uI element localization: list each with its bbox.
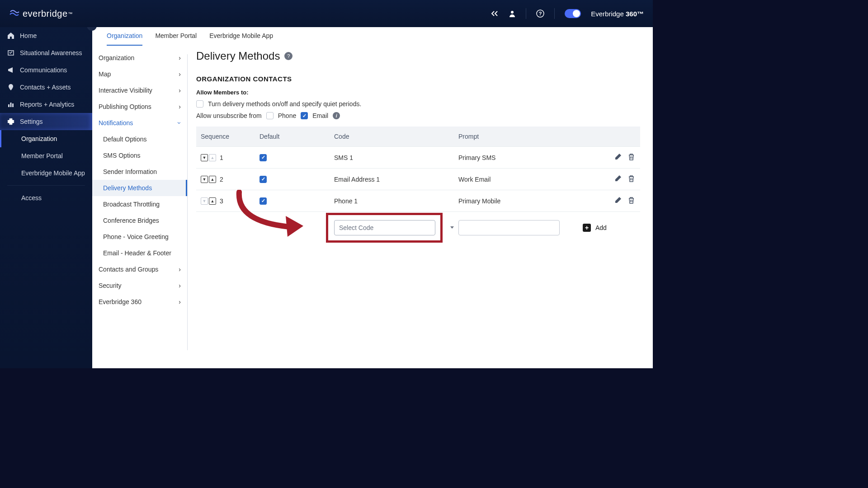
collapse-panel-icon[interactable] (491, 10, 499, 17)
product-toggle[interactable] (565, 9, 581, 18)
move-up-icon[interactable]: ▲ (209, 197, 216, 205)
logo-icon (9, 8, 20, 19)
topbar-right: ? Everbridge 360™ (491, 8, 644, 19)
main-panel: Delivery Methods ? ORGANIZATION CONTACTS… (187, 27, 653, 368)
subnav-interactive-visibility[interactable]: Interactive Visibility› (92, 82, 187, 99)
info-icon[interactable]: i (333, 112, 340, 119)
divider (187, 54, 188, 350)
subnav-conference-bridges[interactable]: Conference Bridges (92, 212, 187, 229)
megaphone-icon (7, 66, 14, 74)
prompt-cell: Primary Mobile (458, 197, 583, 205)
subnav-delivery-methods[interactable]: Delivery Methods (92, 180, 187, 196)
svg-rect-5 (10, 103, 12, 107)
col-prompt: Prompt (458, 133, 583, 140)
plus-icon: + (583, 224, 591, 232)
subnav-organization[interactable]: Organization› (92, 50, 187, 66)
sidebar-sub-access[interactable]: Access (0, 189, 92, 206)
turn-delivery-checkbox[interactable] (196, 100, 203, 108)
sidebar-item-communications[interactable]: Communications (0, 61, 92, 79)
seq-number: 3 (220, 197, 223, 205)
move-up-icon[interactable]: ▲ (209, 176, 216, 183)
chevron-right-icon: › (179, 54, 181, 61)
subnav-default-options[interactable]: Default Options (92, 131, 187, 147)
prompt-input[interactable] (458, 220, 560, 235)
svg-rect-4 (8, 104, 9, 107)
edit-icon[interactable] (614, 197, 622, 205)
default-checkbox[interactable] (259, 197, 267, 205)
tab-mobile-app[interactable]: Everbridge Mobile App (209, 27, 273, 46)
delete-icon[interactable] (628, 175, 635, 183)
svg-point-0 (511, 11, 514, 14)
pin-icon (7, 84, 14, 91)
sidebar-item-reports[interactable]: Reports + Analytics (0, 96, 92, 113)
move-down-icon[interactable]: ▼ (201, 154, 208, 161)
sidebar-item-label: Situational Awareness (20, 49, 82, 56)
sidebar-item-label: Communications (20, 66, 67, 74)
seq-number: 2 (220, 176, 223, 183)
svg-rect-6 (12, 103, 14, 107)
subnav-contacts-groups[interactable]: Contacts and Groups› (92, 261, 187, 277)
default-checkbox[interactable] (259, 176, 267, 183)
tab-member-portal[interactable]: Member Portal (155, 27, 197, 46)
default-checkbox[interactable] (259, 154, 267, 161)
sidebar-sub-mobile-app[interactable]: Everbridge Mobile App (0, 164, 92, 182)
phone-checkbox[interactable] (266, 112, 274, 119)
awareness-icon (7, 49, 14, 56)
add-label: Add (595, 224, 607, 231)
subnav-voice-greeting[interactable]: Phone - Voice Greeting (92, 229, 187, 245)
subnav-sender-info[interactable]: Sender Information (92, 164, 187, 180)
table-row: ▼▲1 SMS 1 Primary SMS (196, 147, 640, 169)
code-select[interactable]: Select Code (334, 220, 435, 235)
subnav-security[interactable]: Security› (92, 277, 187, 294)
sidebar-item-label: Contacts + Assets (20, 84, 71, 91)
sidebar-item-home[interactable]: Home (0, 27, 92, 44)
subnav-everbridge-360[interactable]: Everbridge 360› (92, 294, 187, 310)
divider (554, 8, 555, 19)
add-row: Select Code +Add (196, 212, 640, 244)
chart-icon (7, 101, 14, 108)
divider (526, 8, 526, 19)
edit-icon[interactable] (614, 175, 622, 183)
help-icon[interactable]: ? (536, 9, 544, 18)
table-row: ▼▲3 Phone 1 Primary Mobile (196, 190, 640, 212)
add-button[interactable]: +Add (583, 224, 635, 232)
sidebar-item-contacts[interactable]: Contacts + Assets (0, 79, 92, 96)
brand-logo: everbridge™ (9, 8, 73, 19)
move-down-icon: ▼ (201, 197, 208, 205)
sidebar-item-label: Reports + Analytics (20, 101, 74, 108)
user-icon[interactable] (509, 10, 516, 17)
subnav-map[interactable]: Map› (92, 66, 187, 82)
svg-text:?: ? (539, 11, 542, 16)
sidebar-item-settings[interactable]: Settings (0, 113, 92, 130)
prompt-cell: Work Email (458, 176, 583, 183)
help-icon[interactable]: ? (284, 52, 292, 60)
sidebar-item-situational[interactable]: Situational Awareness (0, 44, 92, 61)
phone-label: Phone (278, 112, 296, 119)
tab-organization[interactable]: Organization (107, 27, 142, 46)
unsubscribe-row: Allow unsubscribe from Phone Email i (196, 112, 640, 119)
delete-icon[interactable] (628, 197, 635, 205)
subnav-email-header-footer[interactable]: Email - Header & Footer (92, 245, 187, 261)
edit-icon[interactable] (614, 153, 622, 162)
subnav-publishing[interactable]: Publishing Options› (92, 99, 187, 115)
sidebar-item-label: Home (20, 32, 37, 39)
sidebar-sub-organization[interactable]: Organization (0, 130, 92, 147)
subnav-notifications[interactable]: Notifications› (92, 115, 187, 131)
sidebar: « Home Situational Awareness Communicati… (0, 0, 92, 368)
code-cell: Email Address 1 (334, 176, 458, 183)
product-label: Everbridge 360™ (591, 10, 644, 18)
delete-icon[interactable] (628, 153, 635, 162)
topbar: everbridge™ ? Everbridge 360™ (0, 0, 653, 27)
subnav-sms-options[interactable]: SMS Options (92, 147, 187, 164)
subnav-broadcast-throttling[interactable]: Broadcast Throttling (92, 196, 187, 212)
code-cell: SMS 1 (334, 154, 458, 161)
col-default: Default (259, 133, 334, 140)
unsubscribe-label: Allow unsubscribe from (196, 112, 262, 119)
move-down-icon[interactable]: ▼ (201, 176, 208, 183)
email-label: Email (312, 112, 328, 119)
chevron-right-icon: › (179, 298, 181, 305)
col-code: Code (334, 133, 458, 140)
email-checkbox[interactable] (301, 112, 308, 119)
sidebar-sub-member-portal[interactable]: Member Portal (0, 147, 92, 164)
chevron-right-icon: › (179, 70, 181, 78)
